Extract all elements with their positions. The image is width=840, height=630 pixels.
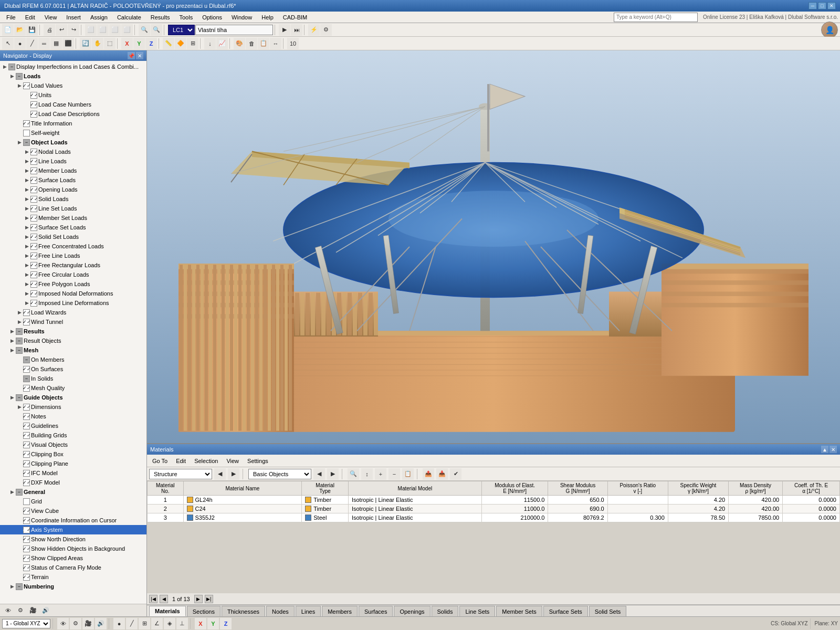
- snap-perp-btn[interactable]: ⊥: [176, 618, 188, 629]
- tree-item[interactable]: ✓Building Grids: [0, 430, 146, 440]
- mat-check-btn[interactable]: ✔: [450, 468, 461, 480]
- bottom-icon3[interactable]: 🎥: [82, 618, 94, 629]
- tree-item[interactable]: ▶✓Imposed Nodal Deformations: [0, 289, 146, 298]
- rotate-btn[interactable]: 🔄: [80, 38, 91, 49]
- zoom-in-btn[interactable]: 🔍: [139, 24, 150, 36]
- menu-window[interactable]: Window: [227, 13, 256, 22]
- tree-checkbox[interactable]: ✓: [23, 366, 30, 373]
- tree-item[interactable]: ▶−General: [0, 487, 146, 497]
- pan-btn[interactable]: ✋: [92, 38, 103, 49]
- tab-thicknesses[interactable]: Thicknesses: [222, 606, 265, 616]
- menu-assign[interactable]: Assign: [86, 13, 112, 22]
- tree-item[interactable]: ✓Coordinate Information on Cursor: [0, 516, 146, 525]
- tree-checkbox[interactable]: ✓: [23, 120, 30, 127]
- navigator-pin-btn[interactable]: 📌: [128, 52, 135, 59]
- render-btn[interactable]: 🎨: [234, 38, 245, 49]
- tree-checkbox[interactable]: ✓: [23, 404, 30, 411]
- tree-item[interactable]: ▶✓Member Set Loads: [0, 213, 146, 223]
- tree-item[interactable]: ▶✓Free Rectangular Loads: [0, 260, 146, 270]
- tree-item[interactable]: Self-weight: [0, 128, 146, 138]
- tree-checkbox[interactable]: −: [16, 328, 23, 335]
- result-btn[interactable]: 📈: [216, 38, 228, 49]
- tree-item[interactable]: ▶−Display Imperfections in Load Cases & …: [0, 62, 146, 71]
- nav-icon1[interactable]: 👁: [2, 605, 14, 616]
- tab-surfaces[interactable]: Surfaces: [359, 606, 393, 616]
- tree-checkbox[interactable]: ✓: [30, 149, 37, 155]
- mat-goto-btn[interactable]: Go To: [149, 457, 171, 465]
- y-axis-btn[interactable]: Y: [133, 38, 145, 49]
- tree-item[interactable]: ▶✓Free Polygon Loads: [0, 279, 146, 289]
- tree-expander[interactable]: ▶: [8, 488, 16, 496]
- tree-checkbox[interactable]: −: [16, 338, 23, 344]
- load-btn[interactable]: ↓: [204, 38, 216, 49]
- view1-btn[interactable]: ⬜: [85, 24, 97, 36]
- tree-item[interactable]: ✓Axis System: [0, 525, 146, 534]
- structure-dropdown[interactable]: Structure: [149, 469, 212, 479]
- tree-item[interactable]: ▶✓Wind Tunnel: [0, 317, 146, 327]
- delete-btn[interactable]: 🗑: [246, 38, 257, 49]
- redo-btn[interactable]: ↪: [68, 24, 79, 36]
- tree-expander[interactable]: [16, 498, 23, 505]
- mat-import-btn[interactable]: 📥: [436, 468, 448, 480]
- delete-mat-btn[interactable]: −: [388, 468, 400, 480]
- mat-settings-btn[interactable]: Settings: [244, 457, 271, 465]
- tree-checkbox[interactable]: ✓: [23, 574, 30, 581]
- solid-btn[interactable]: ⬛: [62, 38, 74, 49]
- navigator-close-btn[interactable]: ✕: [136, 52, 143, 59]
- tree-checkbox[interactable]: ✓: [23, 564, 30, 571]
- tree-checkbox[interactable]: ✓: [23, 319, 30, 326]
- tree-checkbox[interactable]: ✓: [30, 224, 37, 231]
- tree-item[interactable]: ▶✓Member Loads: [0, 166, 146, 175]
- tab-nodes[interactable]: Nodes: [266, 606, 295, 616]
- tree-item[interactable]: ▶−Result Objects: [0, 336, 146, 345]
- tree-item[interactable]: ▶✓Solid Loads: [0, 194, 146, 204]
- tree-expander[interactable]: ▶: [16, 139, 23, 146]
- view4-btn[interactable]: ⬜: [121, 24, 133, 36]
- nav-icon3[interactable]: 🎥: [27, 605, 39, 616]
- tree-expander[interactable]: ▶: [8, 72, 16, 80]
- tree-checkbox[interactable]: ✓: [23, 385, 30, 392]
- nav-icon4[interactable]: 🔊: [40, 605, 51, 616]
- menu-cadbim[interactable]: CAD-BIM: [279, 13, 311, 22]
- tree-checkbox[interactable]: −: [23, 356, 30, 363]
- menu-calculate[interactable]: Calculate: [113, 13, 145, 22]
- calc-btn[interactable]: ⚡: [308, 24, 320, 36]
- tab-lines[interactable]: Lines: [296, 606, 321, 616]
- tree-checkbox[interactable]: −: [23, 375, 30, 382]
- pointer-btn[interactable]: ↖: [2, 38, 14, 49]
- tree-item[interactable]: ▶−Object Loads: [0, 138, 146, 147]
- materials-table-container[interactable]: MaterialNo. Material Name MaterialType M…: [147, 481, 840, 593]
- copy-mat-btn[interactable]: 📋: [402, 468, 414, 480]
- materials-close-btn[interactable]: ✕: [830, 446, 837, 453]
- tree-checkbox[interactable]: ✓: [30, 167, 37, 174]
- menu-help[interactable]: Help: [257, 13, 278, 22]
- tree-checkbox[interactable]: ✓: [30, 281, 37, 288]
- tree-item[interactable]: −In Solids: [0, 374, 146, 383]
- tree-checkbox[interactable]: ✓: [30, 92, 37, 99]
- tree-checkbox[interactable]: ✓: [30, 205, 37, 212]
- tree-item[interactable]: ✓Load Case Numbers: [0, 100, 146, 109]
- snap-line-btn[interactable]: ╱: [126, 618, 138, 629]
- tab-sections[interactable]: Sections: [187, 606, 220, 616]
- page-prev-btn[interactable]: ◀: [160, 595, 168, 603]
- filter-btn[interactable]: 🔍: [348, 468, 359, 480]
- tree-item[interactable]: ▶−Mesh: [0, 345, 146, 355]
- open-btn[interactable]: 📂: [14, 24, 26, 36]
- bottom-icon4[interactable]: 🔊: [95, 618, 107, 629]
- tree-expander[interactable]: [16, 375, 23, 382]
- tree-item[interactable]: ▶✓Free Concentrated Loads: [0, 242, 146, 251]
- table-row[interactable]: 3 S355J2 Steel Isotropic | Linear Elasti…: [148, 513, 840, 522]
- tree-expander[interactable]: ▶: [8, 346, 16, 354]
- tree-checkbox[interactable]: ✓: [30, 177, 37, 184]
- play-btn[interactable]: ▶: [279, 24, 290, 36]
- z-btn-status[interactable]: Z: [220, 618, 232, 629]
- move-btn[interactable]: ↔: [270, 38, 281, 49]
- tree-checkbox[interactable]: −: [16, 347, 23, 354]
- tree-checkbox[interactable]: ✓: [30, 101, 37, 108]
- tree-item[interactable]: ✓Mesh Quality: [0, 383, 146, 393]
- save-btn[interactable]: 💾: [26, 24, 38, 36]
- tree-item[interactable]: ▶✓Dimensions: [0, 402, 146, 412]
- menu-edit[interactable]: Edit: [21, 13, 39, 22]
- tree-checkbox[interactable]: ✓: [23, 432, 30, 439]
- tree-checkbox[interactable]: ✓: [30, 271, 37, 278]
